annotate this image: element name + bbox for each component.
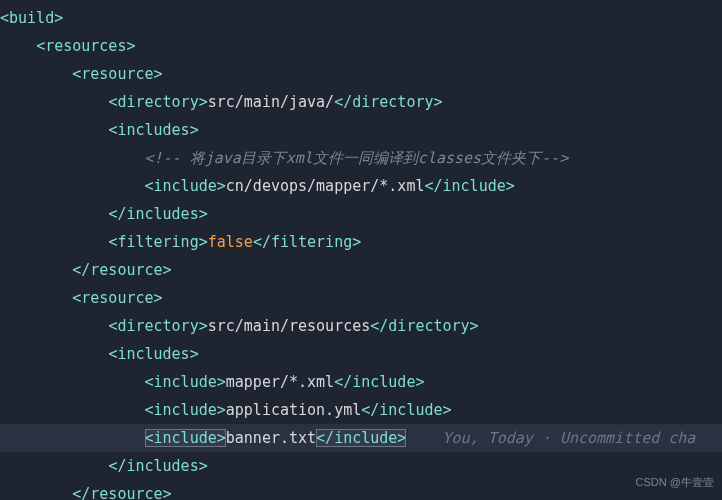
- xml-tag: <includes>: [108, 345, 198, 363]
- xml-tag: </includes>: [108, 205, 207, 223]
- code-line[interactable]: <include>application.yml</include>: [0, 396, 722, 424]
- xml-tag: </directory>: [370, 317, 478, 335]
- code-line[interactable]: </resource>: [0, 480, 722, 500]
- xml-tag: <directory>: [108, 317, 207, 335]
- code-line[interactable]: <build>: [0, 4, 722, 32]
- xml-tag: <include>: [145, 177, 226, 195]
- xml-tag: </include>: [316, 429, 406, 447]
- code-line[interactable]: <include>cn/devops/mapper/*.xml</include…: [0, 172, 722, 200]
- watermark-label: CSDN @牛壹壹: [636, 468, 714, 496]
- xml-tag: </resource>: [72, 485, 171, 500]
- code-editor[interactable]: <build> <resources> <resource> <director…: [0, 0, 722, 500]
- xml-tag: </resource>: [72, 261, 171, 279]
- code-line[interactable]: <directory>src/main/java/</directory>: [0, 88, 722, 116]
- xml-text: banner.txt: [226, 429, 316, 447]
- code-line[interactable]: <directory>src/main/resources</directory…: [0, 312, 722, 340]
- xml-tag: <filtering>: [108, 233, 207, 251]
- xml-tag: </filtering>: [253, 233, 361, 251]
- code-line[interactable]: </includes>: [0, 452, 722, 480]
- xml-text: application.yml: [226, 401, 361, 419]
- xml-tag: <resource>: [72, 65, 162, 83]
- code-line[interactable]: <!-- 将java目录下xml文件一同编译到classes文件夹下-->: [0, 144, 722, 172]
- code-line[interactable]: <resources>: [0, 32, 722, 60]
- xml-tag: </directory>: [334, 93, 442, 111]
- xml-tag: <resources>: [36, 37, 135, 55]
- xml-tag: <include>: [145, 401, 226, 419]
- xml-tag: <directory>: [108, 93, 207, 111]
- xml-tag: <resource>: [72, 289, 162, 307]
- xml-keyword: false: [208, 233, 253, 251]
- code-line-highlighted[interactable]: <include>banner.txt</include> You, Today…: [0, 424, 722, 452]
- xml-text: src/main/resources: [208, 317, 371, 335]
- xml-tag: </include>: [361, 401, 451, 419]
- xml-text: mapper/*.xml: [226, 373, 334, 391]
- xml-tag: <include>: [145, 373, 226, 391]
- code-line[interactable]: </includes>: [0, 200, 722, 228]
- code-line[interactable]: <includes>: [0, 116, 722, 144]
- code-line[interactable]: <resource>: [0, 284, 722, 312]
- code-line[interactable]: <include>mapper/*.xml</include>: [0, 368, 722, 396]
- code-line[interactable]: </resource>: [0, 256, 722, 284]
- xml-text: src/main/java/: [208, 93, 334, 111]
- code-line[interactable]: <filtering>false</filtering>: [0, 228, 722, 256]
- xml-tag: </include>: [334, 373, 424, 391]
- vcs-inline-hint: You, Today · Uncommitted cha: [443, 429, 696, 447]
- xml-tag: <build>: [0, 9, 63, 27]
- code-line[interactable]: <includes>: [0, 340, 722, 368]
- code-line[interactable]: <resource>: [0, 60, 722, 88]
- xml-tag: <includes>: [108, 121, 198, 139]
- xml-tag: </include>: [424, 177, 514, 195]
- xml-tag: </includes>: [108, 457, 207, 475]
- xml-comment: <!-- 将java目录下xml文件一同编译到classes文件夹下-->: [145, 149, 569, 167]
- xml-text: cn/devops/mapper/*.xml: [226, 177, 425, 195]
- xml-tag: <include>: [145, 429, 226, 447]
